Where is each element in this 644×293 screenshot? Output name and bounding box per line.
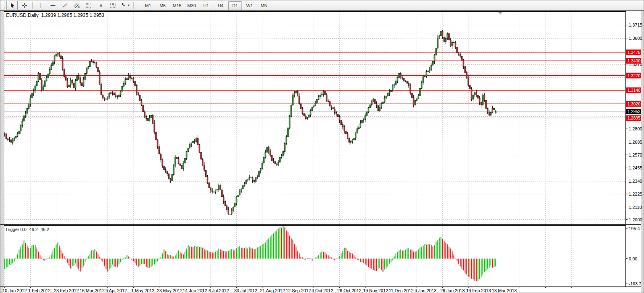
text-label-icon: T (110, 2, 116, 8)
toolbar-grip[interactable] (137, 2, 139, 9)
svg-text:26 Oct 2012: 26 Oct 2012 (337, 288, 361, 293)
svg-text:30 Jul 2012: 30 Jul 2012 (234, 288, 257, 293)
svg-text:195.4: 195.4 (629, 226, 640, 231)
toolbar-separator (32, 2, 33, 9)
tf-button-mn[interactable]: MN (257, 1, 271, 10)
trendline-tool-button[interactable] (59, 1, 70, 10)
svg-text:19 Feb 2013: 19 Feb 2013 (466, 288, 491, 293)
svg-text:4 Jan 2013: 4 Jan 2013 (415, 288, 436, 293)
chart-area[interactable]: EURUSD,Daily 1.2939 1.2965 1.2935 1.2953… (0, 11, 644, 293)
svg-text:23 Feb 2012: 23 Feb 2012 (54, 288, 79, 293)
crosshair-tool-button[interactable] (19, 1, 30, 10)
svg-text:A: A (99, 3, 103, 8)
cursor-tool-button[interactable] (6, 1, 18, 10)
text-tool-button[interactable]: A (95, 1, 107, 10)
tf-button-m15[interactable]: M15 (170, 1, 184, 10)
svg-text:T: T (112, 4, 114, 8)
svg-text:1.2953: 1.2953 (627, 109, 640, 114)
text-icon: A (98, 2, 104, 8)
horizontal-line-icon (50, 2, 56, 8)
svg-text:9 Apr 2012: 9 Apr 2012 (105, 288, 127, 293)
svg-text:1.3270: 1.3270 (627, 73, 640, 78)
toolbar-separator (133, 2, 134, 9)
indicator-label: Trigger 0.0 -46.2 -46.2 (5, 227, 49, 232)
toolbar: E F A T ▼ (0, 0, 644, 11)
vertical-line-tool-button[interactable] (35, 1, 46, 10)
right-window-strip (641, 11, 644, 293)
svg-text:1.2110: 1.2110 (629, 205, 642, 210)
svg-text:1.2000: 1.2000 (629, 217, 642, 222)
equidistant-channel-tool-button[interactable]: E (71, 1, 83, 10)
svg-text:16 Mar 2012: 16 Mar 2012 (80, 288, 105, 293)
svg-text:23 May 2012: 23 May 2012 (157, 288, 183, 293)
svg-text:F: F (90, 6, 92, 9)
svg-text:28 Jan 2013: 28 Jan 2013 (440, 288, 465, 293)
svg-text:19 Nov 2012: 19 Nov 2012 (363, 288, 388, 293)
mt4-chart-window: E F A T ▼ (0, 0, 644, 293)
svg-text:1.2225: 1.2225 (629, 192, 642, 196)
svg-text:4 Oct 2012: 4 Oct 2012 (312, 288, 333, 293)
svg-text:0.00: 0.00 (629, 256, 637, 261)
svg-text:1.3020: 1.3020 (627, 101, 640, 106)
svg-text:12 Sep 2012: 12 Sep 2012 (286, 288, 311, 293)
svg-text:1.2570: 1.2570 (629, 153, 642, 157)
svg-text:1.2685: 1.2685 (629, 140, 642, 144)
text-label-tool-button[interactable]: T (107, 1, 119, 10)
tf-button-m1[interactable]: M1 (141, 1, 155, 10)
svg-text:1.3715: 1.3715 (629, 23, 642, 27)
chart-title: EURUSD,Daily 1.2939 1.2965 1.2935 1.2953 (6, 12, 104, 18)
svg-text:1 Feb 2012: 1 Feb 2012 (28, 288, 51, 293)
svg-text:6 Jul 2012: 6 Jul 2012 (208, 288, 229, 293)
svg-text:1 May 2012: 1 May 2012 (131, 288, 154, 293)
price-chart-svg[interactable]: EURUSD,Daily 1.2939 1.2965 1.2935 1.2953… (0, 11, 644, 293)
svg-text:1.2800: 1.2800 (629, 126, 642, 131)
svg-text:-163.7: -163.7 (629, 281, 641, 286)
svg-text:11 Dec 2012: 11 Dec 2012 (389, 288, 414, 293)
equidistant-channel-icon: E (74, 2, 80, 8)
svg-text:E: E (78, 6, 80, 8)
fibonacci-icon: F (86, 2, 92, 8)
svg-text:1.2340: 1.2340 (629, 179, 642, 184)
arrows-icon (120, 2, 127, 8)
svg-text:10 Jan 2012: 10 Jan 2012 (2, 288, 27, 293)
tf-button-m30[interactable]: M30 (185, 1, 198, 10)
svg-text:1.3400: 1.3400 (627, 58, 640, 63)
dropdown-arrow-icon: ▼ (127, 4, 130, 7)
toolbar-grip[interactable] (2, 2, 4, 9)
cursor-icon (9, 2, 15, 8)
svg-text:1.2455: 1.2455 (629, 165, 642, 170)
tf-button-w1[interactable]: W1 (243, 1, 256, 10)
tf-button-m5[interactable]: M5 (156, 1, 169, 10)
svg-text:13 Mar 2013: 13 Mar 2013 (492, 288, 517, 293)
svg-text:1.3140: 1.3140 (627, 88, 640, 93)
arrows-tool-button[interactable]: ▼ (120, 1, 131, 10)
svg-text:14 Jun 2012: 14 Jun 2012 (183, 288, 207, 293)
tf-button-h1[interactable]: H1 (199, 1, 213, 10)
fibonacci-tool-button[interactable]: F (83, 1, 95, 10)
tf-button-d1[interactable]: D1 (228, 1, 242, 10)
left-window-strip (0, 11, 3, 293)
svg-text:1.2895: 1.2895 (627, 116, 640, 120)
svg-text:1.3600: 1.3600 (629, 36, 642, 41)
horizontal-line-tool-button[interactable] (47, 1, 58, 10)
trendline-icon (62, 2, 68, 8)
svg-text:21 Aug 2012: 21 Aug 2012 (260, 288, 285, 293)
svg-text:1.3475: 1.3475 (627, 50, 640, 55)
crosshair-icon (21, 2, 27, 8)
tf-button-h4[interactable]: H4 (214, 1, 227, 10)
vertical-line-icon (38, 2, 44, 8)
